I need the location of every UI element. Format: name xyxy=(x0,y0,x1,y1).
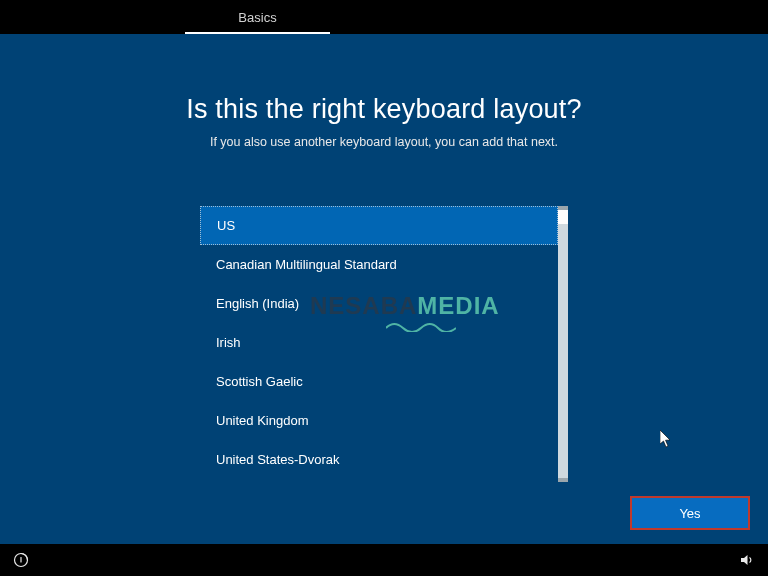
top-bar: Basics xyxy=(0,0,768,34)
list-item-label: Irish xyxy=(216,335,241,350)
scrollbar-thumb[interactable] xyxy=(558,210,568,224)
keyboard-layout-listbox[interactable]: US Canadian Multilingual Standard Englis… xyxy=(200,206,558,482)
list-item[interactable]: Scottish Gaelic xyxy=(200,362,558,401)
list-item[interactable]: Irish xyxy=(200,323,558,362)
list-item-label: English (India) xyxy=(216,296,299,311)
content-pane: Is this the right keyboard layout? If yo… xyxy=(0,34,768,544)
volume-icon[interactable] xyxy=(738,551,756,569)
list-item[interactable]: US xyxy=(200,206,558,245)
mouse-cursor-icon xyxy=(660,430,672,448)
list-item[interactable]: English (India) xyxy=(200,284,558,323)
list-item-label: United States-Dvorak xyxy=(216,452,340,467)
yes-button[interactable]: Yes xyxy=(630,496,750,530)
yes-button-label: Yes xyxy=(679,506,700,521)
list-item-label: Canadian Multilingual Standard xyxy=(216,257,397,272)
tab-basics[interactable]: Basics xyxy=(185,0,330,34)
watermark-wave-icon xyxy=(386,320,456,332)
page-title: Is this the right keyboard layout? xyxy=(0,94,768,125)
list-item[interactable]: United Kingdom xyxy=(200,401,558,440)
scrollbar-down-icon[interactable] xyxy=(558,478,568,482)
keyboard-layout-list-wrap: US Canadian Multilingual Standard Englis… xyxy=(200,206,568,482)
list-item[interactable]: United States-Dvorak xyxy=(200,440,558,479)
list-item[interactable]: Canadian Multilingual Standard xyxy=(200,245,558,284)
page-subtitle: If you also use another keyboard layout,… xyxy=(0,135,768,149)
tab-basics-label: Basics xyxy=(238,10,276,25)
scrollbar[interactable] xyxy=(558,206,568,482)
list-item-label: US xyxy=(217,218,235,233)
list-item-label: United Kingdom xyxy=(216,413,309,428)
ease-of-access-icon[interactable] xyxy=(12,551,30,569)
bottom-bar xyxy=(0,544,768,576)
list-item-label: Scottish Gaelic xyxy=(216,374,303,389)
